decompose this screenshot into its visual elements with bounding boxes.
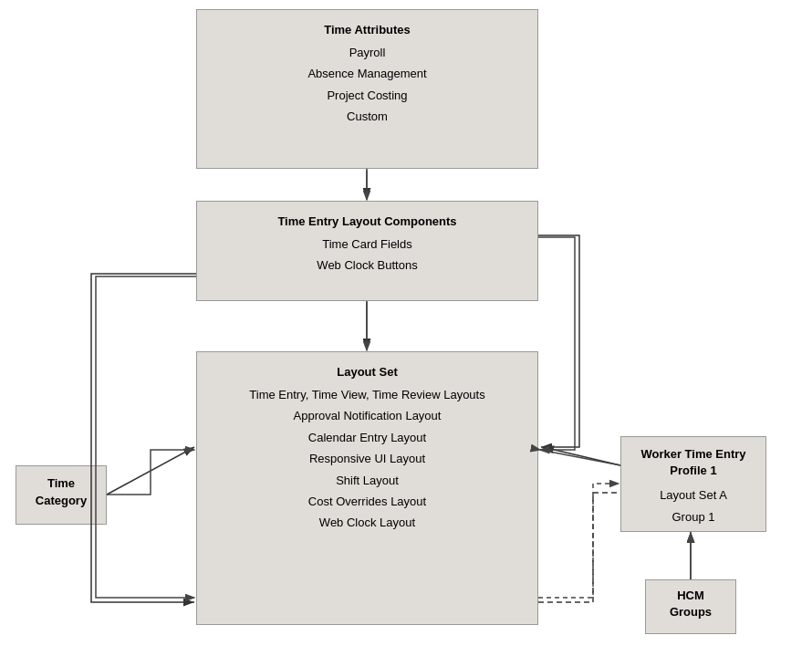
- time-attributes-payroll: Payroll: [215, 42, 519, 63]
- time-category-title: TimeCategory: [36, 475, 87, 508]
- layout-set-box: Layout Set Time Entry, Time View, Time R…: [196, 351, 538, 625]
- worker-time-entry-box: Worker Time EntryProfile 1 Layout Set A …: [620, 436, 766, 532]
- layout-set-time-entry: Time Entry, Time View, Time Review Layou…: [215, 384, 519, 405]
- time-entry-layout-title: Time Entry Layout Components: [215, 214, 519, 228]
- time-entry-layout-webclock: Web Clock Buttons: [215, 255, 519, 276]
- time-entry-layout-box: Time Entry Layout Components Time Card F…: [196, 201, 538, 301]
- layout-set-responsive: Responsive UI Layout: [215, 448, 519, 469]
- worker-group1: Group 1: [634, 506, 753, 527]
- worker-time-entry-title: Worker Time EntryProfile 1: [634, 446, 753, 479]
- diagram-container: Time Attributes Payroll Absence Manageme…: [0, 0, 812, 646]
- hcm-groups-title: HCMGroups: [670, 588, 712, 620]
- time-attributes-custom: Custom: [215, 106, 519, 127]
- layout-set-cost: Cost Overrides Layout: [215, 491, 519, 512]
- time-attributes-box: Time Attributes Payroll Absence Manageme…: [196, 9, 538, 169]
- svg-line-5: [543, 447, 620, 465]
- time-category-box: TimeCategory: [16, 465, 107, 525]
- time-attributes-absence: Absence Management: [215, 63, 519, 84]
- svg-line-11: [540, 450, 620, 465]
- layout-set-title: Layout Set: [215, 365, 519, 379]
- worker-layout-set-a: Layout Set A: [634, 484, 753, 505]
- layout-set-approval: Approval Notification Layout: [215, 405, 519, 426]
- svg-line-4: [107, 447, 194, 495]
- time-entry-layout-fields: Time Card Fields: [215, 234, 519, 255]
- layout-set-webclock: Web Clock Layout: [215, 512, 519, 533]
- layout-set-calendar: Calendar Entry Layout: [215, 427, 519, 448]
- layout-set-shift: Shift Layout: [215, 470, 519, 491]
- hcm-groups-box: HCMGroups: [645, 579, 736, 634]
- time-attributes-project: Project Costing: [215, 85, 519, 106]
- time-attributes-title: Time Attributes: [215, 23, 519, 36]
